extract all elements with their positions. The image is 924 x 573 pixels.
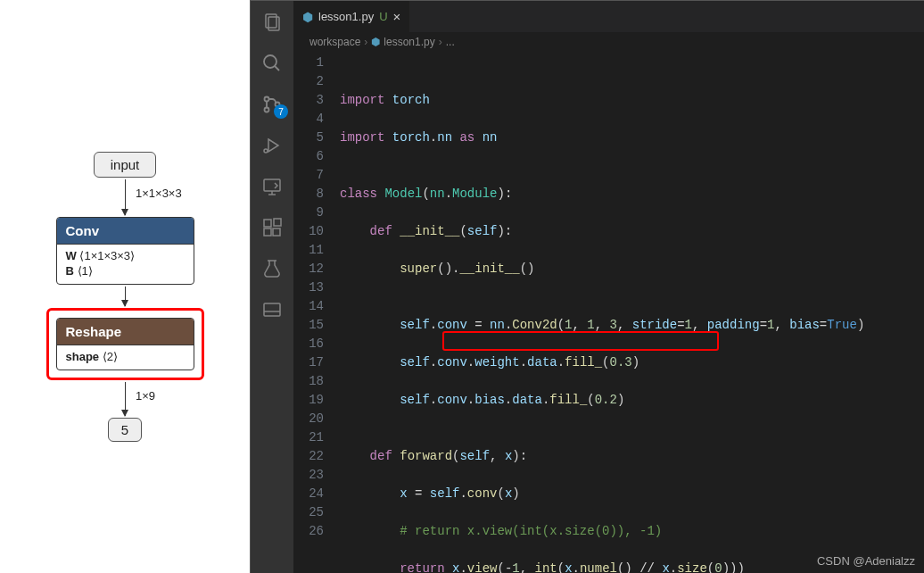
svg-point-4 [265, 97, 269, 102]
code-area[interactable]: 1234567891011121314151617181920212223242… [293, 52, 924, 573]
output-node[interactable]: 5 [108, 418, 142, 442]
code-content[interactable]: import torch import torch.nn as nn class… [340, 52, 924, 573]
explorer-icon[interactable] [260, 10, 285, 35]
breadcrumb[interactable]: workspace › ⬢ lesson1.py › ... [293, 32, 924, 52]
editor-area: ⬢ lesson1.py U × workspace › ⬢ lesson1.p… [293, 1, 924, 573]
tab-filename: lesson1.py [318, 10, 374, 23]
conv-header: Conv [57, 218, 194, 245]
close-icon[interactable]: × [393, 9, 401, 24]
svg-rect-14 [273, 228, 280, 236]
arrow-icon [125, 179, 126, 215]
svg-point-2 [264, 55, 276, 68]
svg-rect-12 [264, 220, 271, 227]
conv-node[interactable]: Conv W ⟨1×1×3×3⟩ B ⟨1⟩ [56, 217, 194, 285]
search-icon[interactable] [260, 51, 285, 76]
python-file-icon: ⬢ [371, 36, 380, 48]
svg-point-8 [264, 149, 268, 153]
svg-rect-16 [264, 303, 280, 316]
reshape-header: Reshape [57, 319, 194, 345]
panel-icon[interactable] [260, 297, 285, 322]
scm-badge: 7 [274, 104, 288, 119]
edge-label: 1×9 [136, 389, 155, 403]
edge-label: 1×1×3×3 [136, 187, 182, 200]
watermark: CSDN @Adenialzz [817, 554, 915, 568]
arrow-icon [125, 382, 126, 416]
reshape-params: shape ⟨2⟩ [57, 345, 194, 370]
reshape-node[interactable]: Reshape shape ⟨2⟩ [56, 318, 194, 370]
python-file-icon: ⬢ [302, 10, 313, 24]
svg-point-5 [265, 108, 269, 112]
vscode-editor: 7 ⬢ lesson1.py U × workspace [250, 0, 924, 573]
svg-line-3 [275, 66, 279, 71]
tab-git-status: U [379, 10, 387, 23]
breadcrumb-file[interactable]: lesson1.py [384, 36, 434, 48]
activity-bar: 7 [251, 1, 293, 573]
remote-icon[interactable] [260, 174, 285, 199]
line-gutter: 1234567891011121314151617181920212223242… [293, 52, 340, 573]
onnx-diagram-panel: input 1×1×3×3 Conv W ⟨1×1×3×3⟩ B ⟨1⟩ Res… [0, 0, 250, 573]
svg-rect-13 [264, 228, 271, 236]
testing-icon[interactable] [260, 256, 285, 281]
chevron-right-icon: › [364, 36, 367, 48]
input-node[interactable]: input [94, 152, 157, 178]
tab-lesson1[interactable]: ⬢ lesson1.py U × [293, 1, 410, 32]
tab-bar: ⬢ lesson1.py U × [293, 1, 924, 32]
breadcrumb-workspace[interactable]: workspace [309, 36, 360, 48]
debug-icon[interactable] [260, 133, 285, 158]
breadcrumb-more[interactable]: ... [446, 36, 455, 48]
conv-params: W ⟨1×1×3×3⟩ B ⟨1⟩ [57, 245, 194, 284]
svg-marker-7 [268, 139, 278, 152]
chevron-right-icon: › [439, 36, 442, 48]
source-control-icon[interactable]: 7 [260, 92, 285, 117]
svg-rect-15 [274, 219, 281, 226]
arrow-icon [125, 286, 126, 306]
extensions-icon[interactable] [260, 215, 285, 240]
highlight-reshape: Reshape shape ⟨2⟩ [46, 308, 204, 380]
